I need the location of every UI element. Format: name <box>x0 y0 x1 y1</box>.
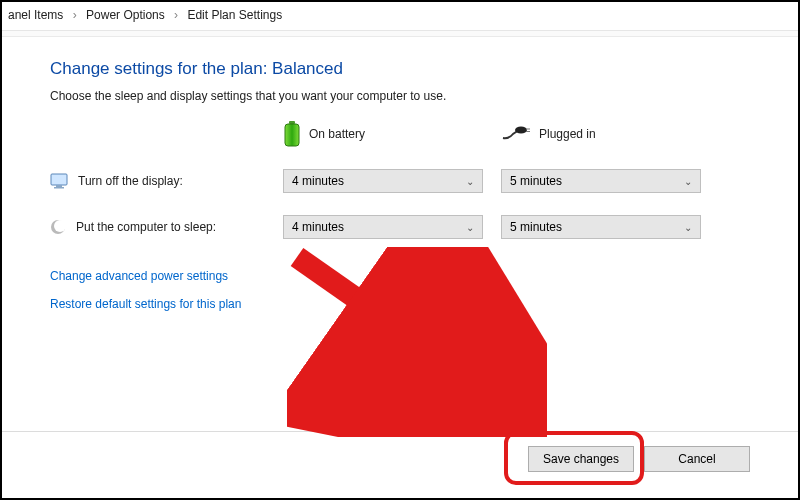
dropdown-value: 5 minutes <box>510 174 562 188</box>
column-header-label: On battery <box>309 127 365 141</box>
breadcrumb-item[interactable]: anel Items <box>8 8 63 22</box>
dropdown-value: 5 minutes <box>510 220 562 234</box>
svg-rect-3 <box>526 129 530 130</box>
svg-point-9 <box>54 220 66 232</box>
chevron-down-icon: ⌄ <box>466 222 474 233</box>
display-plugged-dropdown[interactable]: 5 minutes ⌄ <box>501 169 701 193</box>
svg-rect-7 <box>54 187 64 189</box>
display-battery-dropdown[interactable]: 4 minutes ⌄ <box>283 169 483 193</box>
moon-icon <box>50 219 66 235</box>
column-header-label: Plugged in <box>539 127 596 141</box>
cancel-button[interactable]: Cancel <box>644 446 750 472</box>
row-label-text: Put the computer to sleep: <box>76 220 216 234</box>
footer-actions: Save changes Cancel <box>2 431 798 472</box>
svg-rect-1 <box>285 124 299 146</box>
svg-point-2 <box>515 127 527 134</box>
breadcrumb-item[interactable]: Power Options <box>86 8 165 22</box>
row-label-text: Turn off the display: <box>78 174 183 188</box>
plug-icon <box>501 125 531 143</box>
row-label-sleep: Put the computer to sleep: <box>50 219 265 235</box>
svg-rect-5 <box>51 174 67 185</box>
monitor-icon <box>50 173 68 189</box>
chevron-down-icon: ⌄ <box>684 176 692 187</box>
column-header-battery: On battery <box>283 121 483 147</box>
breadcrumb[interactable]: anel Items › Power Options › Edit Plan S… <box>2 2 798 31</box>
button-label: Cancel <box>678 452 715 466</box>
restore-defaults-link[interactable]: Restore default settings for this plan <box>50 297 750 311</box>
page-subtitle: Choose the sleep and display settings th… <box>50 89 750 103</box>
row-label-display: Turn off the display: <box>50 173 265 189</box>
sleep-plugged-dropdown[interactable]: 5 minutes ⌄ <box>501 215 701 239</box>
chevron-down-icon: ⌄ <box>684 222 692 233</box>
save-button[interactable]: Save changes <box>528 446 634 472</box>
battery-icon <box>283 121 301 147</box>
svg-rect-4 <box>526 131 530 132</box>
breadcrumb-item[interactable]: Edit Plan Settings <box>187 8 282 22</box>
advanced-settings-link[interactable]: Change advanced power settings <box>50 269 750 283</box>
chevron-right-icon: › <box>73 8 77 22</box>
dropdown-value: 4 minutes <box>292 174 344 188</box>
chevron-down-icon: ⌄ <box>466 176 474 187</box>
dropdown-value: 4 minutes <box>292 220 344 234</box>
chevron-right-icon: › <box>174 8 178 22</box>
sleep-battery-dropdown[interactable]: 4 minutes ⌄ <box>283 215 483 239</box>
button-label: Save changes <box>543 452 619 466</box>
page-title: Change settings for the plan: Balanced <box>50 59 750 79</box>
svg-rect-6 <box>56 185 62 187</box>
column-header-plugged: Plugged in <box>501 125 701 143</box>
